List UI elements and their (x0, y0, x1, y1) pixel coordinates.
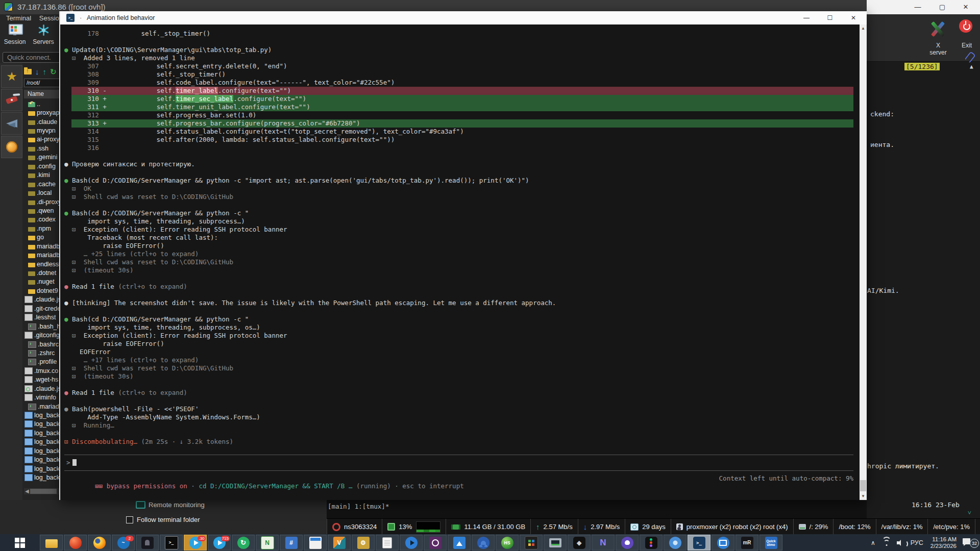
file-row[interactable]: mariadb-c (24, 251, 60, 259)
follow-terminal-folder-checkbox[interactable]: Follow terminal folder (126, 516, 200, 523)
path-input[interactable]: /root/ (24, 79, 60, 87)
notification-center-button[interactable]: 32 (963, 537, 980, 549)
hscroll-thumb[interactable] (30, 489, 57, 494)
file-row[interactable]: .wget-hs (24, 375, 60, 384)
taskbar-app-winscp[interactable]: V (328, 535, 351, 550)
file-row[interactable]: go (24, 233, 60, 242)
file-row[interactable]: .cache (24, 180, 60, 188)
keyboard-layout[interactable]: РУС (911, 539, 923, 546)
file-row[interactable]: .codex (24, 215, 60, 224)
file-row[interactable]: log_backu (24, 446, 60, 455)
file-row[interactable]: .gemini (24, 153, 60, 162)
scroll-down-icon[interactable]: ▼ (860, 494, 867, 498)
main-close-button[interactable]: ✕ (954, 1, 977, 14)
x-server-button[interactable]: X server (927, 18, 949, 48)
taskbar-app-photos[interactable] (448, 535, 471, 550)
file-row[interactable]: ai-proxy- (24, 135, 60, 144)
taskbar-app-mremoteng[interactable]: mR (736, 535, 758, 550)
taskbar-app-dbeaver[interactable] (400, 535, 423, 550)
file-row[interactable]: .config (24, 162, 60, 170)
folder-up-icon[interactable] (24, 69, 32, 74)
file-row[interactable]: .mariadb (24, 402, 60, 411)
taskbar-app-figma[interactable] (640, 535, 663, 550)
refresh-icon[interactable]: ↻ (50, 68, 57, 76)
bg-scroll-up-icon[interactable]: ▲ (970, 63, 973, 70)
file-row[interactable]: .lesshst (24, 313, 60, 322)
download-icon[interactable]: ↓ (35, 68, 39, 76)
taskbar-app-brave[interactable] (64, 535, 87, 550)
file-row[interactable]: .local (24, 188, 60, 197)
file-row[interactable]: .kimi (24, 171, 60, 180)
file-row[interactable]: log_backu (24, 456, 60, 464)
file-row[interactable]: proxyapis (24, 108, 60, 117)
taskbar-app-quickutmo[interactable]: Quick utmo (760, 535, 782, 550)
file-row[interactable]: .dotnet (24, 268, 60, 277)
terminal-titlebar[interactable]: >_ · Animation field behavior — ☐ ✕ (60, 11, 867, 24)
terminal-input-box[interactable]: > (64, 455, 853, 471)
taskbar-app-cmd[interactable] (160, 535, 183, 550)
file-row[interactable]: dotnet9 (24, 286, 60, 295)
taskbar-app-notepadpp[interactable]: N (256, 535, 279, 550)
bg-scroll-down-icon[interactable]: ˅ (968, 509, 971, 517)
file-row[interactable]: .ssh (24, 144, 60, 153)
taskbar-app-sysmon[interactable] (544, 535, 567, 550)
file-row[interactable]: .claude.js (24, 384, 60, 393)
main-minimize-button[interactable]: — (906, 1, 929, 14)
start-button[interactable] (0, 538, 40, 548)
speaker-icon[interactable] (897, 540, 904, 546)
file-row[interactable]: log_backu (24, 473, 60, 482)
menu-terminal[interactable]: Terminal (6, 14, 31, 22)
remote-monitoring-button[interactable]: Remote monitoring (136, 501, 205, 509)
tab-tools[interactable] (1, 89, 22, 111)
main-maximize-button[interactable]: ▢ (931, 1, 953, 14)
taskbar-app-github[interactable] (616, 535, 639, 550)
file-row[interactable]: .. (24, 99, 60, 108)
terminal-maximize-button[interactable]: ☐ (819, 11, 841, 24)
file-row[interactable]: .gitconfig (24, 331, 60, 339)
taskbar-app-appwin[interactable] (304, 535, 327, 550)
file-row[interactable]: .di-proxy (24, 197, 60, 206)
file-list-hscrollbar[interactable]: ◀ (24, 488, 60, 494)
taskbar-app-neovim[interactable]: N (592, 535, 615, 550)
file-row[interactable]: mariadb-i (24, 242, 60, 251)
taskbar-app-calculator[interactable] (280, 535, 303, 550)
taskbar-app-mobaxterm[interactable] (520, 535, 543, 550)
tab-macros[interactable] (1, 112, 22, 135)
file-row[interactable]: log_backu (24, 420, 60, 429)
checkbox-icon[interactable] (126, 516, 133, 523)
file-row[interactable]: .bashrc (24, 340, 60, 348)
file-row[interactable]: .qwen (24, 206, 60, 215)
file-row[interactable]: log_backu (24, 411, 60, 419)
file-row[interactable]: .profile (24, 358, 60, 366)
file-row[interactable]: .git-crede (24, 304, 60, 313)
terminal-scrollbar[interactable]: ▲ ▼ (860, 24, 867, 500)
taskbar-app-powershell[interactable] (688, 535, 710, 550)
exit-button[interactable]: Exit (955, 18, 976, 48)
taskbar-app-sync[interactable] (232, 535, 255, 550)
file-row[interactable]: log_backu (24, 429, 60, 437)
taskbar-app-cube[interactable]: ◆ (568, 535, 591, 550)
scroll-up-icon[interactable]: ▲ (860, 26, 867, 31)
servers-button[interactable]: Servers (30, 23, 57, 45)
file-row[interactable]: .bash_his (24, 322, 60, 331)
wifi-icon[interactable] (883, 540, 891, 546)
taskbar-app-octopus[interactable] (472, 535, 495, 550)
taskbar-app-telegram2[interactable]: 715 (208, 535, 231, 550)
taskbar-app-remote[interactable] (712, 535, 734, 550)
taskbar-app-chromium[interactable] (664, 535, 687, 550)
tab-sftp[interactable] (1, 136, 22, 158)
file-row[interactable]: log_backu (24, 464, 60, 473)
file-row[interactable]: .claude.js (24, 295, 60, 304)
file-row[interactable]: .zshrc (24, 348, 60, 357)
file-row[interactable]: .nuget (24, 278, 60, 286)
session-button[interactable]: Session (1, 23, 29, 45)
file-row[interactable]: .npm (24, 224, 60, 233)
terminal-minimize-button[interactable]: — (795, 11, 818, 24)
file-row[interactable]: myvpn (24, 126, 60, 135)
file-row[interactable]: .viminfo (24, 393, 60, 402)
taskbar-app-heidisql[interactable]: HS (496, 535, 519, 550)
taskbar-app-telegram[interactable]: .30 (184, 535, 207, 550)
file-row[interactable]: .tmux.co (24, 366, 60, 375)
tray-chevron-icon[interactable]: ∧ (871, 539, 875, 546)
taskbar-app-gpurple[interactable] (424, 535, 447, 550)
